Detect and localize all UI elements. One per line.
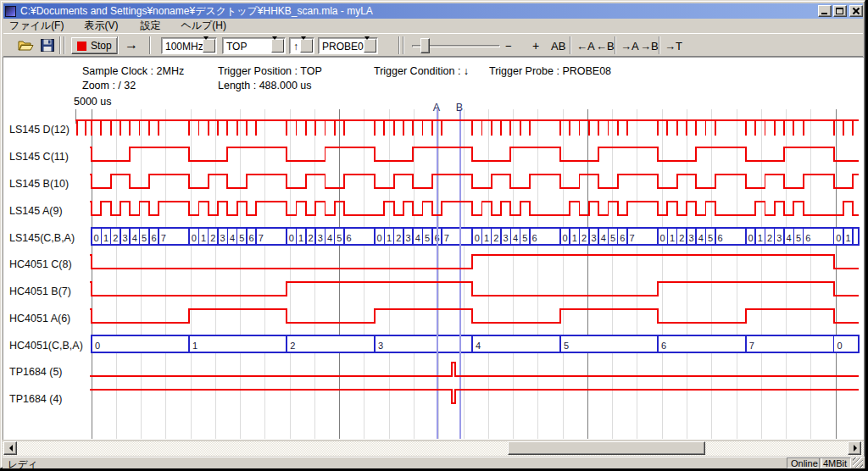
bus-value-digit: 3 (591, 233, 596, 243)
menu-help[interactable]: ヘルプ(H) (175, 18, 232, 34)
open-file-icon[interactable] (18, 39, 34, 52)
scroll-right-button[interactable] (848, 441, 861, 455)
bus-value-digit: 5 (610, 233, 615, 243)
bus-value-digit: 2 (210, 233, 215, 243)
goto-cursor-a-left-button[interactable]: ←A (576, 40, 595, 53)
bus-value-digit: 5 (522, 233, 527, 243)
stop-button[interactable]: Stop (71, 37, 118, 54)
waveform-tp1684-5 (90, 363, 859, 376)
bus-value-digit: 0 (660, 233, 665, 243)
bus-value-digit: 1 (192, 341, 198, 351)
bus-value-digit: 1 (758, 233, 763, 243)
waveform-ls145-a-9 (90, 202, 859, 215)
bus-value-digit: 0 (289, 233, 294, 243)
scroll-left-button[interactable] (3, 441, 17, 455)
horizontal-scrollbar[interactable] (3, 441, 864, 456)
waveform-plot[interactable]: 0123456701234567012345601234567012345601… (1, 1, 868, 471)
sample-clock-dropdown-button[interactable] (203, 39, 215, 53)
bus-value-digit: 0 (837, 341, 843, 351)
close-icon (852, 8, 860, 14)
bus-value-cell (853, 228, 859, 245)
bus-value-digit: 0 (475, 233, 480, 243)
menu-view[interactable]: 表示(V) (78, 18, 124, 34)
status-memory-indicator: 4MBit (819, 457, 851, 468)
cursor-a-label: A (433, 102, 441, 114)
bus-value-digit: 0 (562, 233, 567, 243)
trigger-probe-value: PROBE00 (322, 41, 369, 53)
waveform-ls145-c-11 (90, 147, 859, 161)
sample-clock-value: 100MHz (165, 41, 203, 53)
bus-value-digit: 5 (796, 233, 801, 243)
resize-grip[interactable] (853, 457, 863, 468)
close-button[interactable] (849, 5, 863, 17)
menu-settings[interactable]: 設定 (134, 18, 166, 34)
toolbar-separator (403, 36, 404, 54)
bus-value-digit: 7 (630, 233, 635, 243)
waveform-ls145-b-10 (90, 175, 859, 188)
title-bar[interactable]: C:¥Documents and Settings¥noname¥デスクトップ¥… (3, 3, 863, 19)
toolbar-separator (570, 36, 571, 54)
zoom-ab-button[interactable]: AB (551, 40, 565, 53)
toolbar-separator (659, 36, 660, 54)
bus-value-digit: 1 (484, 233, 489, 243)
bus-value-digit: 7 (259, 233, 264, 243)
bus-value-cell (658, 335, 746, 352)
save-icon[interactable] (41, 39, 54, 52)
bus-value-digit: 3 (688, 233, 693, 243)
bus-value-digit: 6 (347, 233, 352, 243)
waveform-hc4051-a-6 (90, 309, 859, 323)
bus-value-digit: 2 (290, 341, 295, 351)
toolbar-separator (149, 36, 151, 54)
menu-bar: ファイル(F) 表示(V) 設定 ヘルプ(H) (3, 19, 863, 33)
run-single-button[interactable]: → (125, 37, 138, 53)
bus-value-digit: 0 (748, 233, 753, 243)
bus-value-digit: 5 (425, 233, 430, 243)
minimize-button[interactable] (818, 5, 832, 17)
bus-value-digit: 1 (201, 233, 206, 243)
bus-value-cell (560, 335, 658, 352)
status-online-indicator: Online (787, 457, 822, 468)
toolbar: Stop → 100MHz TOP ↑ PROBE00 − + AB ←A ←B (3, 33, 863, 57)
chevron-down-icon (301, 36, 306, 57)
status-ready-text: レディ (8, 458, 37, 471)
scrollbar-thumb[interactable] (508, 441, 705, 455)
trigger-position-combobox[interactable]: TOP (222, 37, 286, 54)
stop-button-label: Stop (91, 40, 112, 52)
bus-value-cell (375, 335, 472, 352)
bus-value-digit: 3 (122, 233, 127, 243)
trigger-probe-combobox[interactable]: PROBE00 (318, 37, 378, 54)
bus-value-digit: 6 (151, 233, 156, 243)
trigger-position-dropdown-button[interactable] (271, 39, 284, 53)
app-window: 0123456701234567012345601234567012345601… (0, 0, 865, 468)
bus-value-digit: 4 (787, 233, 792, 243)
bus-value-digit: 2 (493, 233, 498, 243)
window-title: C:¥Documents and Settings¥noname¥デスクトップ¥… (20, 4, 816, 19)
bus-value-digit: 6 (805, 233, 810, 243)
trigger-probe-dropdown-button[interactable] (364, 39, 376, 53)
trigger-edge-dropdown-button[interactable] (300, 39, 313, 53)
stop-square-icon (77, 42, 86, 51)
bus-value-digit: 2 (679, 233, 684, 243)
minimize-icon (821, 13, 827, 14)
maximize-button[interactable] (833, 5, 847, 17)
goto-cursor-a-right-button[interactable]: →A (620, 40, 639, 53)
maximize-icon (836, 8, 843, 14)
arrow-right-icon (854, 445, 860, 452)
bus-value-digit: 7 (749, 341, 754, 351)
bus-value-digit: 4 (476, 341, 481, 351)
bus-value-digit: 3 (405, 233, 410, 243)
bus-value-digit: 2 (396, 233, 401, 243)
zoom-in-button[interactable]: + (532, 39, 539, 53)
bus-value-digit: 1 (845, 233, 850, 243)
sample-clock-combobox[interactable]: 100MHz (161, 37, 217, 54)
bus-value-digit: 3 (504, 233, 509, 243)
goto-cursor-b-right-button[interactable]: →B (640, 40, 659, 53)
trigger-edge-combobox[interactable]: ↑ (289, 37, 314, 54)
goto-cursor-b-left-button[interactable]: ←B (596, 40, 615, 53)
bus-value-digit: 1 (387, 233, 392, 243)
bus-value-cell (189, 335, 287, 352)
goto-trigger-button[interactable]: →T (665, 40, 682, 53)
zoom-slider-handle[interactable] (420, 38, 430, 53)
zoom-out-button[interactable]: − (505, 40, 512, 53)
menu-file[interactable]: ファイル(F) (3, 18, 70, 34)
